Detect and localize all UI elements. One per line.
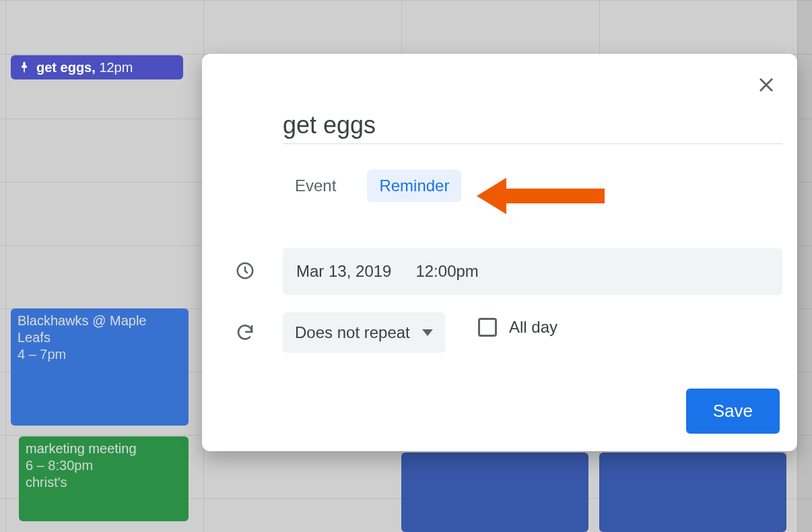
- all-day-label: All day: [509, 318, 557, 337]
- close-icon: [757, 75, 776, 94]
- repeat-value: Does not repeat: [295, 323, 410, 342]
- date-value: Mar 13, 2019: [296, 262, 391, 281]
- type-tabs: Event Reminder: [283, 170, 461, 202]
- title-input[interactable]: [283, 106, 782, 144]
- all-day-toggle: All day: [478, 318, 557, 337]
- create-reminder-popover: Event Reminder Mar 13, 2019 12:00pm Does…: [202, 54, 797, 451]
- chevron-down-icon: [422, 329, 433, 336]
- repeat-dropdown[interactable]: Does not repeat: [283, 312, 445, 353]
- reminder-pin-icon: [18, 61, 31, 74]
- tab-event[interactable]: Event: [283, 170, 348, 202]
- datetime-field[interactable]: Mar 13, 2019 12:00pm: [283, 248, 782, 295]
- svg-marker-1: [477, 178, 605, 214]
- repeat-icon: [233, 321, 257, 345]
- clock-icon: [233, 259, 257, 283]
- reminder-chip-text: get eggs, 12pm: [36, 59, 133, 76]
- all-day-checkbox[interactable]: [478, 318, 497, 337]
- time-value: 12:00pm: [415, 262, 478, 281]
- tab-reminder[interactable]: Reminder: [367, 170, 461, 202]
- close-button[interactable]: [753, 71, 780, 98]
- save-button[interactable]: Save: [686, 389, 780, 434]
- calendar-reminder-chip[interactable]: get eggs, 12pm: [11, 55, 183, 79]
- annotation-arrow-icon: [477, 172, 611, 220]
